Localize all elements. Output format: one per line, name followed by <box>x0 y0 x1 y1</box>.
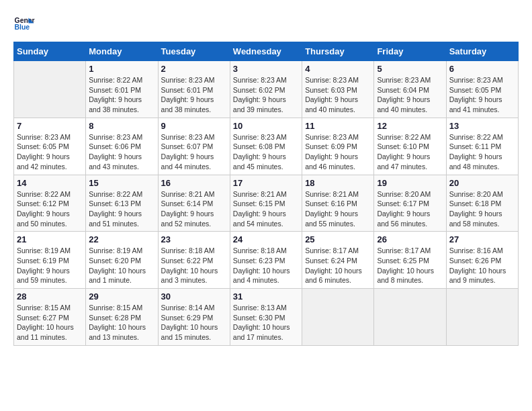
calendar-day-cell: 13Sunrise: 8:22 AM Sunset: 6:11 PM Dayli… <box>446 118 518 175</box>
calendar-week-row: 7Sunrise: 8:23 AM Sunset: 6:05 PM Daylig… <box>14 118 519 175</box>
calendar-day-cell: 12Sunrise: 8:22 AM Sunset: 6:10 PM Dayli… <box>374 118 446 175</box>
day-info: Sunrise: 8:18 AM Sunset: 6:22 PM Dayligh… <box>161 246 227 285</box>
day-number: 21 <box>17 234 83 244</box>
day-number: 10 <box>233 121 299 131</box>
day-number: 15 <box>89 178 154 188</box>
calendar-day-cell: 19Sunrise: 8:20 AM Sunset: 6:17 PM Dayli… <box>374 175 446 232</box>
column-header-thursday: Thursday <box>302 42 374 61</box>
calendar-day-cell: 16Sunrise: 8:21 AM Sunset: 6:14 PM Dayli… <box>158 175 230 232</box>
day-info: Sunrise: 8:19 AM Sunset: 6:19 PM Dayligh… <box>17 246 83 285</box>
day-info: Sunrise: 8:23 AM Sunset: 6:07 PM Dayligh… <box>161 132 227 172</box>
calendar-day-cell: 2Sunrise: 8:23 AM Sunset: 6:01 PM Daylig… <box>158 61 230 118</box>
day-number: 24 <box>233 234 299 244</box>
calendar-day-cell <box>302 289 374 346</box>
day-info: Sunrise: 8:23 AM Sunset: 6:02 PM Dayligh… <box>233 75 299 115</box>
logo-icon: GeneralBlue <box>13 13 35 35</box>
day-number: 6 <box>449 64 515 74</box>
calendar-week-row: 14Sunrise: 8:22 AM Sunset: 6:12 PM Dayli… <box>14 175 519 232</box>
calendar-day-cell: 3Sunrise: 8:23 AM Sunset: 6:02 PM Daylig… <box>230 61 302 118</box>
calendar-day-cell: 14Sunrise: 8:22 AM Sunset: 6:12 PM Dayli… <box>14 175 86 232</box>
calendar-day-cell: 30Sunrise: 8:14 AM Sunset: 6:29 PM Dayli… <box>158 289 230 346</box>
day-number: 16 <box>161 178 227 188</box>
day-info: Sunrise: 8:19 AM Sunset: 6:20 PM Dayligh… <box>89 246 154 285</box>
day-number: 14 <box>17 178 83 188</box>
calendar-day-cell: 11Sunrise: 8:23 AM Sunset: 6:09 PM Dayli… <box>302 118 374 175</box>
day-info: Sunrise: 8:22 AM Sunset: 6:13 PM Dayligh… <box>89 189 154 229</box>
calendar-day-cell: 8Sunrise: 8:23 AM Sunset: 6:06 PM Daylig… <box>86 118 158 175</box>
day-number: 8 <box>89 121 154 131</box>
day-number: 28 <box>17 291 83 302</box>
day-info: Sunrise: 8:15 AM Sunset: 6:28 PM Dayligh… <box>89 303 154 342</box>
day-number: 1 <box>89 64 154 74</box>
day-info: Sunrise: 8:21 AM Sunset: 6:15 PM Dayligh… <box>233 189 299 229</box>
day-info: Sunrise: 8:20 AM Sunset: 6:17 PM Dayligh… <box>377 189 443 229</box>
column-header-saturday: Saturday <box>446 42 518 61</box>
day-info: Sunrise: 8:20 AM Sunset: 6:18 PM Dayligh… <box>449 189 515 229</box>
day-info: Sunrise: 8:21 AM Sunset: 6:16 PM Dayligh… <box>305 189 371 229</box>
day-number: 17 <box>233 178 299 188</box>
calendar-day-cell: 22Sunrise: 8:19 AM Sunset: 6:20 PM Dayli… <box>86 232 158 289</box>
calendar-table: SundayMondayTuesdayWednesdayThursdayFrid… <box>13 42 519 346</box>
calendar-day-cell: 15Sunrise: 8:22 AM Sunset: 6:13 PM Dayli… <box>86 175 158 232</box>
day-number: 31 <box>233 291 299 302</box>
calendar-week-row: 21Sunrise: 8:19 AM Sunset: 6:19 PM Dayli… <box>14 232 519 289</box>
day-number: 5 <box>377 64 443 74</box>
calendar-day-cell <box>446 289 518 346</box>
calendar-day-cell: 4Sunrise: 8:23 AM Sunset: 6:03 PM Daylig… <box>302 61 374 118</box>
calendar-day-cell: 1Sunrise: 8:22 AM Sunset: 6:01 PM Daylig… <box>86 61 158 118</box>
svg-text:Blue: Blue <box>15 24 30 31</box>
day-info: Sunrise: 8:23 AM Sunset: 6:09 PM Dayligh… <box>305 132 371 172</box>
day-number: 19 <box>377 178 443 188</box>
day-number: 12 <box>377 121 443 131</box>
day-info: Sunrise: 8:23 AM Sunset: 6:05 PM Dayligh… <box>17 132 83 172</box>
calendar-day-cell <box>374 289 446 346</box>
day-info: Sunrise: 8:18 AM Sunset: 6:23 PM Dayligh… <box>233 246 299 285</box>
column-header-friday: Friday <box>374 42 446 61</box>
calendar-week-row: 1Sunrise: 8:22 AM Sunset: 6:01 PM Daylig… <box>14 61 519 118</box>
day-info: Sunrise: 8:23 AM Sunset: 6:03 PM Dayligh… <box>305 75 371 115</box>
calendar-day-cell: 23Sunrise: 8:18 AM Sunset: 6:22 PM Dayli… <box>158 232 230 289</box>
calendar-day-cell: 26Sunrise: 8:17 AM Sunset: 6:25 PM Dayli… <box>374 232 446 289</box>
day-info: Sunrise: 8:23 AM Sunset: 6:05 PM Dayligh… <box>449 75 515 115</box>
calendar-day-cell: 5Sunrise: 8:23 AM Sunset: 6:04 PM Daylig… <box>374 61 446 118</box>
day-number: 2 <box>161 64 227 74</box>
day-number: 25 <box>305 234 371 244</box>
day-number: 20 <box>449 178 515 188</box>
calendar-day-cell: 28Sunrise: 8:15 AM Sunset: 6:27 PM Dayli… <box>14 289 86 346</box>
day-info: Sunrise: 8:21 AM Sunset: 6:14 PM Dayligh… <box>161 189 227 229</box>
calendar-day-cell: 10Sunrise: 8:23 AM Sunset: 6:08 PM Dayli… <box>230 118 302 175</box>
day-info: Sunrise: 8:22 AM Sunset: 6:11 PM Dayligh… <box>449 132 515 172</box>
logo: GeneralBlue <box>13 13 35 35</box>
day-info: Sunrise: 8:22 AM Sunset: 6:01 PM Dayligh… <box>89 75 154 115</box>
day-info: Sunrise: 8:23 AM Sunset: 6:08 PM Dayligh… <box>233 132 299 172</box>
calendar-day-cell: 24Sunrise: 8:18 AM Sunset: 6:23 PM Dayli… <box>230 232 302 289</box>
day-number: 26 <box>377 234 443 244</box>
calendar-day-cell: 29Sunrise: 8:15 AM Sunset: 6:28 PM Dayli… <box>86 289 158 346</box>
day-info: Sunrise: 8:17 AM Sunset: 6:25 PM Dayligh… <box>377 246 443 285</box>
day-number: 30 <box>161 291 227 302</box>
calendar-day-cell <box>14 61 86 118</box>
calendar-day-cell: 25Sunrise: 8:17 AM Sunset: 6:24 PM Dayli… <box>302 232 374 289</box>
column-header-monday: Monday <box>86 42 158 61</box>
day-number: 18 <box>305 178 371 188</box>
day-info: Sunrise: 8:23 AM Sunset: 6:01 PM Dayligh… <box>161 75 227 115</box>
day-info: Sunrise: 8:13 AM Sunset: 6:30 PM Dayligh… <box>233 303 299 342</box>
day-info: Sunrise: 8:22 AM Sunset: 6:10 PM Dayligh… <box>377 132 443 172</box>
day-number: 13 <box>449 121 515 131</box>
calendar-day-cell: 6Sunrise: 8:23 AM Sunset: 6:05 PM Daylig… <box>446 61 518 118</box>
day-number: 11 <box>305 121 371 131</box>
day-info: Sunrise: 8:23 AM Sunset: 6:04 PM Dayligh… <box>377 75 443 115</box>
column-header-wednesday: Wednesday <box>230 42 302 61</box>
day-number: 29 <box>89 291 154 302</box>
calendar-day-cell: 17Sunrise: 8:21 AM Sunset: 6:15 PM Dayli… <box>230 175 302 232</box>
page-header: GeneralBlue <box>13 13 519 35</box>
day-number: 23 <box>161 234 227 244</box>
column-header-sunday: Sunday <box>14 42 86 61</box>
calendar-day-cell: 31Sunrise: 8:13 AM Sunset: 6:30 PM Dayli… <box>230 289 302 346</box>
day-number: 7 <box>17 121 83 131</box>
day-number: 3 <box>233 64 299 74</box>
calendar-day-cell: 7Sunrise: 8:23 AM Sunset: 6:05 PM Daylig… <box>14 118 86 175</box>
day-info: Sunrise: 8:17 AM Sunset: 6:24 PM Dayligh… <box>305 246 371 285</box>
day-number: 9 <box>161 121 227 131</box>
day-info: Sunrise: 8:22 AM Sunset: 6:12 PM Dayligh… <box>17 189 83 229</box>
